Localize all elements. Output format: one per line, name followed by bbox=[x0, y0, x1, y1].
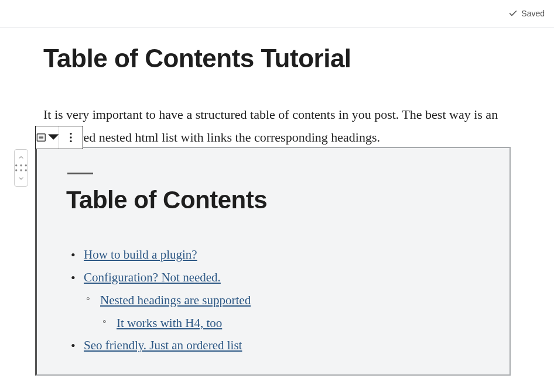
toc-list: How to build a plugin? Configuration? No… bbox=[66, 243, 480, 357]
list-item: It works with H4, too bbox=[100, 312, 480, 335]
block-more-button[interactable] bbox=[59, 126, 83, 149]
svg-point-5 bbox=[25, 169, 27, 171]
toc-link[interactable]: Configuration? Not needed. bbox=[84, 270, 221, 284]
editor-content: Table of Contents Tutorial It is very im… bbox=[0, 27, 554, 376]
chevron-up-icon bbox=[18, 154, 25, 161]
page-title[interactable]: Table of Contents Tutorial bbox=[43, 44, 511, 73]
list-item: Seo friendly. Just an ordered list bbox=[70, 334, 480, 357]
toc-block[interactable]: Table of Contents How to build a plugin?… bbox=[35, 147, 511, 376]
move-up-button[interactable] bbox=[15, 152, 28, 163]
svg-point-3 bbox=[15, 169, 17, 171]
more-vertical-icon bbox=[64, 131, 77, 144]
caret-down-icon bbox=[48, 131, 59, 144]
list-item: Configuration? Not needed. Nested headin… bbox=[70, 266, 480, 335]
toc-divider bbox=[67, 173, 93, 174]
svg-point-11 bbox=[70, 136, 71, 138]
svg-point-1 bbox=[20, 164, 22, 166]
toc-block-wrapper: Table of Contents How to build a plugin?… bbox=[43, 147, 511, 376]
toc-link[interactable]: Nested headings are supported bbox=[100, 293, 251, 307]
block-mover bbox=[14, 149, 28, 187]
toc-link[interactable]: It works with H4, too bbox=[117, 316, 222, 330]
svg-point-0 bbox=[15, 164, 17, 166]
saved-indicator: Saved bbox=[508, 9, 545, 18]
drag-icon bbox=[15, 164, 28, 172]
drag-handle[interactable] bbox=[15, 163, 28, 173]
saved-label: Saved bbox=[521, 9, 545, 18]
svg-point-12 bbox=[70, 140, 71, 142]
toc-heading: Table of Contents bbox=[66, 186, 480, 214]
svg-point-2 bbox=[25, 164, 27, 166]
move-down-button[interactable] bbox=[15, 173, 28, 184]
toc-link[interactable]: How to build a plugin? bbox=[84, 247, 197, 262]
chevron-down-icon bbox=[18, 175, 25, 182]
check-icon bbox=[508, 9, 518, 18]
list-block-icon bbox=[36, 131, 47, 144]
list-item: Nested headings are supported It works w… bbox=[84, 289, 480, 335]
svg-point-4 bbox=[20, 169, 22, 171]
list-item: How to build a plugin? bbox=[70, 243, 480, 266]
toc-link[interactable]: Seo friendly. Just an ordered list bbox=[84, 338, 242, 352]
intro-paragraph[interactable]: It is very important to have a structure… bbox=[43, 104, 511, 149]
block-toolbar bbox=[35, 126, 83, 149]
editor-top-bar: Saved bbox=[0, 0, 554, 27]
svg-point-10 bbox=[70, 133, 71, 135]
block-type-button[interactable] bbox=[36, 126, 59, 149]
